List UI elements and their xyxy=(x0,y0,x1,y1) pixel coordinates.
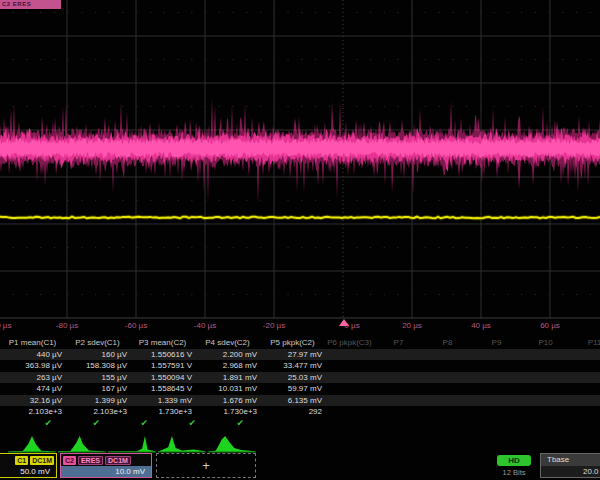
channel-bar: C1DC1M 50.0 mV C2ERESDC1M 10.0 mV + HD 1… xyxy=(0,453,600,480)
measurement-cell: 59.97 mV xyxy=(260,384,325,393)
channel-c1-descriptor-box[interactable]: C1DC1M 50.0 mV xyxy=(0,453,57,478)
time-axis-label: -20 µs xyxy=(246,321,302,330)
measurement-cell: 440 µV xyxy=(0,350,65,359)
measurement-row-mean: 363.98 µV158.308 µV1.557591 V2.968 mV33.… xyxy=(0,360,600,372)
trigger-position-marker[interactable] xyxy=(339,319,349,326)
timebase-label: Tbase xyxy=(541,454,600,466)
measurement-row-value: 440 µV160 µV1.550616 V2.200 mV27.97 mV xyxy=(0,349,600,361)
timebase-scale: 20.0 µs/div xyxy=(541,466,600,477)
parameter-header[interactable]: P2 sdev(C1) xyxy=(65,338,130,347)
measurement-cell: 33.477 mV xyxy=(260,361,325,370)
measurement-cell: 158.308 µV xyxy=(65,361,130,370)
status-check-icon: ✔ xyxy=(200,418,248,428)
channel-chip: C1 xyxy=(15,456,28,465)
time-axis-label: -40 µs xyxy=(177,321,233,330)
measurement-cell: 1.730e+3 xyxy=(195,407,260,416)
histicon[interactable] xyxy=(158,433,206,453)
parameter-header[interactable]: P4 sdev(C2) xyxy=(195,338,260,347)
measurement-cell: 1.550616 V xyxy=(130,350,195,359)
measurement-cell: 474 µV xyxy=(0,384,65,393)
time-axis-label: -80 µs xyxy=(39,321,95,330)
measurement-status-row: ✔✔✔✔✔ xyxy=(0,418,600,430)
channel-chip: DC1M xyxy=(30,456,54,465)
channel-c2-descriptor-box[interactable]: C2ERESDC1M 10.0 mV xyxy=(60,453,152,478)
time-axis-label: 20 µs xyxy=(384,321,440,330)
measurement-row-num: 2.103e+32.103e+31.730e+31.730e+3292 xyxy=(0,406,600,418)
parameter-header[interactable]: P3 mean(C2) xyxy=(130,338,195,347)
parameter-histicons xyxy=(0,433,600,453)
time-axis-label: -60 µs xyxy=(108,321,164,330)
histicon[interactable] xyxy=(108,433,156,453)
parameter-header[interactable]: P11 xyxy=(570,338,600,347)
parameter-header[interactable]: P6 pkpk(C3) xyxy=(325,338,374,347)
measurement-cell: 160 µV xyxy=(65,350,130,359)
parameter-header[interactable]: P5 pkpk(C2) xyxy=(260,338,325,347)
parameter-header[interactable]: P1 mean(C1) xyxy=(0,338,65,347)
histicon[interactable] xyxy=(208,433,256,453)
channel-chip: ERES xyxy=(78,456,103,465)
measurement-cell: 1.558645 V xyxy=(130,384,195,393)
status-check-icon: ✔ xyxy=(56,418,104,428)
parameter-header[interactable]: P10 xyxy=(521,338,570,347)
measurement-cell: 1.891 mV xyxy=(195,373,260,382)
measurement-cell: 2.968 mV xyxy=(195,361,260,370)
measurement-cell: 292 xyxy=(260,407,325,416)
status-check-icon: ✔ xyxy=(8,418,56,428)
measurement-cell: 1.557591 V xyxy=(130,361,195,370)
c2-vertical-scale: 10.0 mV xyxy=(61,466,151,477)
oscilloscope-screen: C2 ERES -100 µs-80 µs-60 µs-40 µs-20 µs0… xyxy=(0,0,600,480)
measurement-row-min: 263 µV155 µV1.550094 V1.891 mV25.03 mV xyxy=(0,372,600,384)
histicon[interactable] xyxy=(8,433,56,453)
measurement-table: P1 mean(C1)P2 sdev(C1)P3 mean(C2)P4 sdev… xyxy=(0,337,600,429)
measurement-cell: 263 µV xyxy=(0,373,65,382)
measurement-cell: 1.339 mV xyxy=(130,396,195,405)
waveform-display[interactable] xyxy=(0,0,600,336)
status-check-icon: ✔ xyxy=(104,418,152,428)
measurement-cell: 2.103e+3 xyxy=(65,407,130,416)
measurement-cell: 6.135 mV xyxy=(260,396,325,405)
measurement-cell: 10.031 mV xyxy=(195,384,260,393)
parameter-header[interactable]: P9 xyxy=(472,338,521,347)
add-trace-button[interactable]: + xyxy=(156,453,256,478)
status-check-icon: ✔ xyxy=(152,418,200,428)
histicon[interactable] xyxy=(58,433,106,453)
time-axis-label: 0 µs xyxy=(324,321,380,330)
hd-bits-label: 12 Bits xyxy=(493,468,535,477)
measurement-cell: 1.550094 V xyxy=(130,373,195,382)
measurement-cell: 32.16 µV xyxy=(0,396,65,405)
measurement-cell: 1.399 µV xyxy=(65,396,130,405)
measurement-row-max: 474 µV167 µV1.558645 V10.031 mV59.97 mV xyxy=(0,383,600,395)
parameter-header[interactable]: P7 xyxy=(374,338,423,347)
measurement-cell: 155 µV xyxy=(65,373,130,382)
measurement-cell: 25.03 mV xyxy=(260,373,325,382)
measurement-cell: 27.97 mV xyxy=(260,350,325,359)
measurement-cell: 167 µV xyxy=(65,384,130,393)
measurement-cell: 1.730e+3 xyxy=(130,407,195,416)
measurement-cell: 2.103e+3 xyxy=(0,407,65,416)
measurement-cell: 1.676 mV xyxy=(195,396,260,405)
parameter-header[interactable]: P8 xyxy=(423,338,472,347)
time-axis-label: 40 µs xyxy=(453,321,509,330)
channel-chip: DC1M xyxy=(105,456,131,465)
trace-annotation-badge[interactable]: C2 ERES xyxy=(0,0,61,9)
hd-mode-badge[interactable]: HD xyxy=(497,455,531,466)
c1-vertical-scale: 50.0 mV xyxy=(0,466,56,477)
channel-chip: C2 xyxy=(63,456,76,465)
time-axis-label: 60 µs xyxy=(522,321,578,330)
time-axis-label: -100 µs xyxy=(0,321,26,330)
timebase-descriptor-box[interactable]: Tbase 20.0 µs/div xyxy=(540,453,600,478)
measurement-cell: 363.98 µV xyxy=(0,361,65,370)
measurement-cell: 2.200 mV xyxy=(195,350,260,359)
measurement-row-sdev: 32.16 µV1.399 µV1.339 mV1.676 mV6.135 mV xyxy=(0,395,600,407)
